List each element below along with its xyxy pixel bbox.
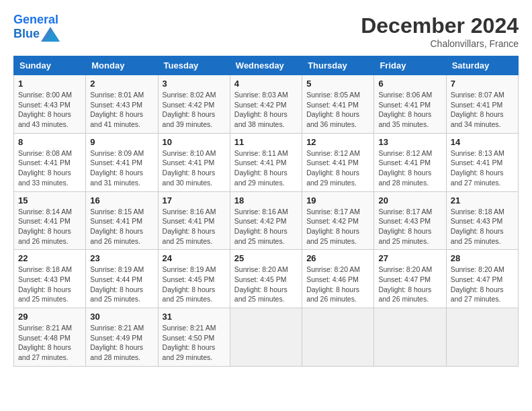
day-info: Sunrise: 8:11 AMSunset: 4:41 PMDaylight:… — [234, 148, 298, 188]
day-info: Sunrise: 8:05 AMSunset: 4:41 PMDaylight:… — [306, 90, 369, 130]
day-number: 16 — [90, 195, 153, 205]
calendar-cell — [302, 308, 374, 367]
day-number: 8 — [18, 137, 81, 147]
calendar-cell: 1Sunrise: 8:00 AMSunset: 4:43 PMDaylight… — [14, 75, 86, 134]
column-header-saturday: Saturday — [446, 56, 518, 75]
day-number: 11 — [234, 137, 298, 147]
day-number: 19 — [306, 195, 369, 205]
day-info: Sunrise: 8:12 AMSunset: 4:41 PMDaylight:… — [306, 148, 369, 188]
day-number: 3 — [163, 79, 226, 89]
calendar-table: SundayMondayTuesdayWednesdayThursdayFrid… — [13, 56, 519, 367]
calendar-cell: 30Sunrise: 8:21 AMSunset: 4:49 PMDayligh… — [86, 308, 158, 367]
calendar-cell: 7Sunrise: 8:07 AMSunset: 4:41 PMDaylight… — [446, 75, 518, 134]
day-info: Sunrise: 8:03 AMSunset: 4:42 PMDaylight:… — [234, 90, 298, 130]
calendar-cell: 16Sunrise: 8:15 AMSunset: 4:41 PMDayligh… — [86, 191, 158, 250]
day-number: 31 — [163, 312, 226, 322]
day-info: Sunrise: 8:01 AMSunset: 4:43 PMDaylight:… — [90, 90, 153, 130]
day-info: Sunrise: 8:13 AMSunset: 4:41 PMDaylight:… — [451, 148, 514, 188]
calendar-week-3: 15Sunrise: 8:14 AMSunset: 4:41 PMDayligh… — [14, 191, 519, 250]
calendar-cell — [374, 308, 446, 367]
calendar-cell: 23Sunrise: 8:19 AMSunset: 4:44 PMDayligh… — [86, 250, 158, 308]
calendar-cell: 3Sunrise: 8:02 AMSunset: 4:42 PMDaylight… — [158, 75, 230, 134]
day-number: 26 — [306, 253, 369, 263]
day-number: 4 — [234, 79, 298, 89]
day-info: Sunrise: 8:17 AMSunset: 4:43 PMDaylight:… — [378, 207, 441, 246]
day-info: Sunrise: 8:09 AMSunset: 4:41 PMDaylight:… — [90, 148, 153, 188]
day-number: 29 — [18, 312, 81, 322]
day-number: 5 — [306, 79, 369, 89]
day-info: Sunrise: 8:17 AMSunset: 4:42 PMDaylight:… — [306, 207, 369, 246]
day-info: Sunrise: 8:02 AMSunset: 4:42 PMDaylight:… — [163, 90, 226, 130]
calendar-cell: 2Sunrise: 8:01 AMSunset: 4:43 PMDaylight… — [86, 75, 158, 134]
logo-text: General — [13, 13, 60, 27]
day-info: Sunrise: 8:07 AMSunset: 4:41 PMDaylight:… — [451, 90, 514, 130]
logo: General Blue — [13, 13, 60, 42]
day-number: 14 — [451, 137, 514, 147]
day-number: 18 — [234, 195, 298, 205]
day-number: 20 — [378, 195, 441, 205]
calendar-cell: 12Sunrise: 8:12 AMSunset: 4:41 PMDayligh… — [302, 133, 374, 191]
day-number: 28 — [451, 253, 514, 263]
calendar-cell: 20Sunrise: 8:17 AMSunset: 4:43 PMDayligh… — [374, 191, 446, 250]
calendar-cell: 21Sunrise: 8:18 AMSunset: 4:43 PMDayligh… — [446, 191, 518, 250]
calendar-cell: 24Sunrise: 8:19 AMSunset: 4:45 PMDayligh… — [158, 250, 230, 308]
day-number: 27 — [378, 253, 441, 263]
day-info: Sunrise: 8:14 AMSunset: 4:41 PMDaylight:… — [18, 207, 81, 246]
day-number: 7 — [451, 79, 514, 89]
day-info: Sunrise: 8:21 AMSunset: 4:48 PMDaylight:… — [18, 323, 81, 363]
day-number: 2 — [90, 79, 153, 89]
calendar-week-1: 1Sunrise: 8:00 AMSunset: 4:43 PMDaylight… — [14, 75, 519, 134]
day-info: Sunrise: 8:18 AMSunset: 4:43 PMDaylight:… — [18, 265, 81, 304]
day-info: Sunrise: 8:00 AMSunset: 4:43 PMDaylight:… — [18, 90, 81, 130]
day-number: 9 — [90, 137, 153, 147]
day-number: 17 — [163, 195, 226, 205]
day-number: 21 — [451, 195, 514, 205]
day-info: Sunrise: 8:20 AMSunset: 4:47 PMDaylight:… — [378, 265, 441, 304]
day-info: Sunrise: 8:20 AMSunset: 4:46 PMDaylight:… — [306, 265, 369, 304]
column-header-monday: Monday — [86, 56, 158, 75]
day-number: 13 — [378, 137, 441, 147]
logo-icon — [41, 27, 60, 42]
day-number: 24 — [163, 253, 226, 263]
calendar-cell: 27Sunrise: 8:20 AMSunset: 4:47 PMDayligh… — [374, 250, 446, 308]
day-number: 6 — [378, 79, 441, 89]
column-header-tuesday: Tuesday — [158, 56, 230, 75]
column-header-friday: Friday — [374, 56, 446, 75]
day-info: Sunrise: 8:16 AMSunset: 4:41 PMDaylight:… — [163, 207, 226, 246]
page-header: General Blue December 2024 Chalonvillars… — [13, 13, 519, 49]
calendar-cell: 19Sunrise: 8:17 AMSunset: 4:42 PMDayligh… — [302, 191, 374, 250]
calendar-cell: 5Sunrise: 8:05 AMSunset: 4:41 PMDaylight… — [302, 75, 374, 134]
day-info: Sunrise: 8:20 AMSunset: 4:47 PMDaylight:… — [451, 265, 514, 304]
calendar-cell: 29Sunrise: 8:21 AMSunset: 4:48 PMDayligh… — [14, 308, 86, 367]
calendar-cell: 6Sunrise: 8:06 AMSunset: 4:41 PMDaylight… — [374, 75, 446, 134]
calendar-cell: 17Sunrise: 8:16 AMSunset: 4:41 PMDayligh… — [158, 191, 230, 250]
calendar-body: 1Sunrise: 8:00 AMSunset: 4:43 PMDaylight… — [14, 75, 519, 367]
day-number: 22 — [18, 253, 81, 263]
day-number: 30 — [90, 312, 153, 322]
calendar-week-4: 22Sunrise: 8:18 AMSunset: 4:43 PMDayligh… — [14, 250, 519, 308]
calendar-cell: 13Sunrise: 8:12 AMSunset: 4:41 PMDayligh… — [374, 133, 446, 191]
day-info: Sunrise: 8:15 AMSunset: 4:41 PMDaylight:… — [90, 207, 153, 246]
calendar-cell: 28Sunrise: 8:20 AMSunset: 4:47 PMDayligh… — [446, 250, 518, 308]
calendar-week-2: 8Sunrise: 8:08 AMSunset: 4:41 PMDaylight… — [14, 133, 519, 191]
column-header-sunday: Sunday — [14, 56, 86, 75]
day-info: Sunrise: 8:21 AMSunset: 4:50 PMDaylight:… — [163, 323, 226, 363]
calendar-cell: 22Sunrise: 8:18 AMSunset: 4:43 PMDayligh… — [14, 250, 86, 308]
day-number: 23 — [90, 253, 153, 263]
calendar-cell: 31Sunrise: 8:21 AMSunset: 4:50 PMDayligh… — [158, 308, 230, 367]
day-number: 1 — [18, 79, 81, 89]
calendar-cell: 11Sunrise: 8:11 AMSunset: 4:41 PMDayligh… — [230, 133, 302, 191]
month-title: December 2024 — [361, 13, 519, 38]
calendar-cell: 8Sunrise: 8:08 AMSunset: 4:41 PMDaylight… — [14, 133, 86, 191]
day-info: Sunrise: 8:19 AMSunset: 4:45 PMDaylight:… — [163, 265, 226, 304]
day-number: 12 — [306, 137, 369, 147]
logo-text-blue: Blue — [13, 28, 40, 41]
header-row: SundayMondayTuesdayWednesdayThursdayFrid… — [14, 56, 519, 75]
calendar-cell: 25Sunrise: 8:20 AMSunset: 4:45 PMDayligh… — [230, 250, 302, 308]
location: Chalonvillars, France — [361, 38, 519, 49]
day-info: Sunrise: 8:21 AMSunset: 4:49 PMDaylight:… — [90, 323, 153, 363]
calendar-week-5: 29Sunrise: 8:21 AMSunset: 4:48 PMDayligh… — [14, 308, 519, 367]
column-header-thursday: Thursday — [302, 56, 374, 75]
day-number: 25 — [234, 253, 298, 263]
calendar-cell: 9Sunrise: 8:09 AMSunset: 4:41 PMDaylight… — [86, 133, 158, 191]
